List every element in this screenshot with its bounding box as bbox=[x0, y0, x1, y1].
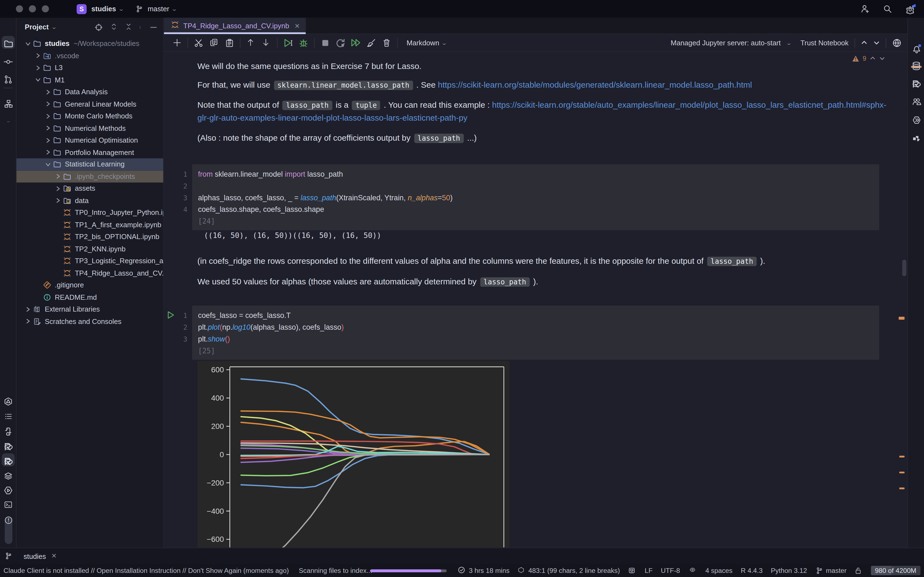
arrow-down-button[interactable] bbox=[260, 36, 273, 49]
tree-row[interactable]: README.md bbox=[16, 291, 164, 303]
next-cell-button[interactable] bbox=[873, 39, 880, 47]
error-stripe-mark[interactable] bbox=[899, 487, 905, 489]
cell-type-dropdown[interactable]: Markdown⌄ bbox=[407, 39, 447, 47]
scrollbar-thumb[interactable] bbox=[902, 259, 906, 276]
debug-cell-button[interactable] bbox=[297, 36, 310, 49]
expand-all-icon[interactable] bbox=[110, 23, 118, 31]
chevron-down-icon[interactable] bbox=[35, 77, 40, 83]
tool-button-run-hexagon[interactable] bbox=[0, 483, 16, 497]
r-interpreter[interactable]: R 4.4.3 bbox=[741, 567, 762, 574]
tree-row[interactable]: TP2_bis_OPTIONAL.ipynb bbox=[16, 231, 164, 243]
notification-message[interactable]: Claude Client is not installed // Open I… bbox=[3, 564, 289, 577]
line-separator[interactable]: LF bbox=[645, 567, 653, 574]
code-cell[interactable]: 123coefs_lasso = coefs_lasso.Tplt.plot(n… bbox=[169, 306, 879, 359]
chevron-right-icon[interactable] bbox=[55, 186, 60, 192]
tree-row[interactable]: TP4_Ridge_Lasso_and_CV.ipynb bbox=[16, 267, 164, 279]
chevron-right-icon[interactable] bbox=[55, 198, 60, 203]
prev-cell-button[interactable] bbox=[861, 39, 867, 47]
tree-row[interactable]: Portfolio Management bbox=[16, 147, 164, 158]
tree-row[interactable]: TP2_KNN.ipynb bbox=[16, 243, 164, 255]
chevron-right-icon[interactable] bbox=[45, 89, 51, 95]
session-time[interactable]: 3 hrs 18 mins bbox=[457, 566, 510, 575]
tree-row[interactable]: TP1_A_first_example.ipynb bbox=[16, 219, 164, 231]
hide-panel-icon[interactable] bbox=[150, 23, 157, 31]
tool-button-hexagon-arrows[interactable] bbox=[908, 113, 924, 127]
tree-row[interactable]: Numerical Optimisation bbox=[16, 134, 164, 147]
chevron-down-icon[interactable] bbox=[25, 41, 31, 47]
chevron-right-icon[interactable] bbox=[45, 113, 51, 119]
tool-button-r-lang[interactable] bbox=[908, 77, 924, 91]
more-options-icon[interactable] bbox=[140, 23, 143, 32]
tree-row[interactable]: External Libraries bbox=[16, 303, 164, 316]
unlock-icon[interactable] bbox=[855, 566, 863, 575]
python-interpreter[interactable]: Python 3.12 bbox=[771, 567, 807, 574]
tree-row[interactable]: TP0_Intro_Jupyter_Python.ipynb bbox=[16, 206, 164, 219]
project-switcher[interactable]: studies bbox=[91, 5, 116, 13]
chevron-right-icon[interactable] bbox=[25, 318, 31, 324]
arrow-up-button[interactable] bbox=[244, 36, 257, 49]
tool-button-bell-dot[interactable] bbox=[908, 41, 924, 55]
tree-row[interactable]: data bbox=[16, 195, 164, 206]
chevron-right-icon[interactable] bbox=[45, 101, 51, 107]
trash-button[interactable] bbox=[380, 36, 393, 49]
tool-button-services[interactable] bbox=[0, 469, 16, 483]
jupyter-server-selector[interactable]: Managed Jupyter server: auto-start bbox=[671, 39, 781, 47]
robot-icon[interactable] bbox=[628, 566, 636, 575]
tool-button-database[interactable] bbox=[908, 59, 924, 73]
tree-row[interactable]: Statistical Learning bbox=[16, 158, 164, 170]
tool-button-todo-list[interactable] bbox=[0, 410, 16, 424]
close-icon[interactable]: ✕ bbox=[51, 552, 57, 560]
tree-row[interactable]: Monte Carlo Methods bbox=[16, 110, 164, 122]
project-panel-title[interactable]: Project bbox=[25, 23, 48, 31]
chevron-right-icon[interactable] bbox=[25, 306, 31, 312]
indent-style[interactable]: 4 spaces bbox=[705, 567, 733, 574]
chevron-down-icon[interactable] bbox=[45, 161, 51, 167]
tool-button-structure[interactable] bbox=[0, 97, 16, 110]
tool-button-r-lang-active[interactable] bbox=[0, 454, 16, 468]
tree-row[interactable]: Scratches and Consoles bbox=[16, 316, 164, 327]
tree-row[interactable]: TP3_Logistic_Regression_and_more.ipynb bbox=[16, 255, 164, 267]
code-cell[interactable]: 1234from sklearn.linear_model import las… bbox=[169, 164, 879, 230]
trust-notebook-button[interactable]: Trust Notebook bbox=[801, 39, 849, 47]
tool-tab-studies[interactable]: studies ✕ bbox=[16, 548, 64, 564]
tool-button-pull-request[interactable] bbox=[0, 73, 16, 87]
tree-row[interactable]: assets bbox=[16, 182, 164, 195]
stop-button[interactable] bbox=[319, 36, 332, 49]
collapse-all-icon[interactable] bbox=[125, 23, 132, 31]
tool-button-folder-tool[interactable] bbox=[0, 37, 16, 50]
copy-button[interactable] bbox=[207, 36, 220, 49]
tool-button-commit[interactable] bbox=[0, 55, 16, 69]
settings-gear-icon[interactable] bbox=[905, 4, 916, 14]
tree-row[interactable]: M1 bbox=[16, 74, 164, 86]
caret-position[interactable]: 483:1 (99 chars, 2 line breaks) bbox=[518, 566, 620, 575]
tab-notebook[interactable]: TP4_Ridge_Lasso_and_CV.ipynb ✕ bbox=[164, 18, 306, 34]
hyperlink[interactable]: https://scikit-learn.org/stable/modules/… bbox=[438, 80, 752, 89]
run-cell-button[interactable] bbox=[282, 36, 294, 49]
close-icon[interactable]: ✕ bbox=[294, 22, 300, 30]
run-all-button[interactable] bbox=[349, 36, 362, 49]
file-encoding[interactable]: UTF-8 bbox=[661, 567, 680, 574]
window-zoom-button[interactable] bbox=[42, 5, 49, 12]
tool-button-python[interactable] bbox=[0, 424, 16, 438]
tool-button-more[interactable] bbox=[0, 115, 16, 129]
tool-button-graph[interactable] bbox=[0, 395, 16, 409]
branch-switcher[interactable]: master bbox=[148, 5, 170, 13]
window-minimize-button[interactable] bbox=[29, 5, 36, 12]
plus-button[interactable] bbox=[170, 36, 183, 49]
error-stripe-mark[interactable] bbox=[899, 456, 905, 458]
tree-row[interactable]: studies~/Workspace/studies bbox=[16, 38, 164, 50]
memory-indicator[interactable]: 980 of 4200M bbox=[871, 566, 921, 575]
tool-button-ai-chat[interactable] bbox=[908, 95, 924, 109]
reader-mode-icon[interactable] bbox=[688, 567, 697, 574]
window-close-button[interactable] bbox=[16, 5, 23, 12]
paste-button[interactable] bbox=[223, 36, 236, 49]
search-icon[interactable] bbox=[883, 4, 892, 13]
error-stripe-mark[interactable] bbox=[899, 472, 905, 473]
chevron-right-icon[interactable] bbox=[35, 65, 40, 71]
tree-row[interactable]: .ipynb_checkpoints bbox=[16, 170, 164, 182]
error-stripe-mark[interactable] bbox=[899, 317, 905, 320]
run-cell-gutter-icon[interactable] bbox=[168, 311, 174, 319]
add-user-icon[interactable] bbox=[861, 4, 870, 13]
tool-button-r-lang[interactable] bbox=[0, 439, 16, 453]
tool-button-terminal[interactable] bbox=[0, 498, 16, 512]
